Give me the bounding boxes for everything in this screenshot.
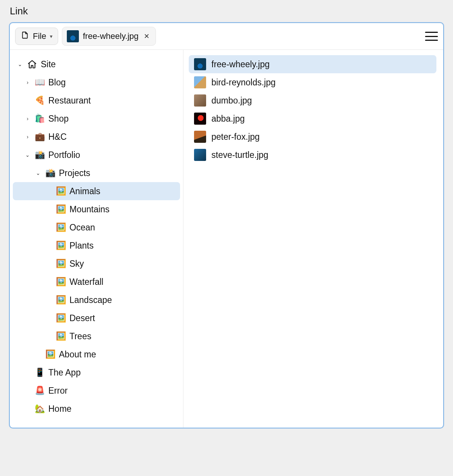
file-thumbnail	[194, 94, 206, 107]
file-name: abba.jpg	[211, 114, 245, 124]
tree-item-label: Ocean	[69, 223, 95, 233]
file-thumbnail	[194, 149, 206, 161]
page-tree: ⌄Site›📖Blog🍕Restaurant›🛍️Shop›💼H&C⌄📸Port…	[10, 50, 183, 428]
tree-item-label: Projects	[59, 168, 90, 178]
file-item[interactable]: dumbo.jpg	[189, 91, 436, 110]
tree-item-hc[interactable]: ›💼H&C	[13, 128, 180, 146]
tree-item-desert[interactable]: 🖼️Desert	[13, 309, 180, 327]
tree-item-label: Trees	[69, 331, 91, 342]
tree-item-animals[interactable]: 🖼️Animals	[13, 182, 180, 200]
tree-item-label: Desert	[69, 313, 95, 323]
file-item[interactable]: abba.jpg	[189, 110, 436, 128]
tab-thumbnail	[67, 30, 79, 42]
tree-item-waterfall[interactable]: 🖼️Waterfall	[13, 273, 180, 291]
tree-item-icon: 🖼️	[45, 349, 55, 359]
tree-item-ocean[interactable]: 🖼️Ocean	[13, 218, 180, 236]
tree-item-icon: 🚨	[35, 386, 45, 396]
tree-item-icon: 🍕	[35, 96, 45, 105]
tree-item-icon: 🖼️	[56, 204, 66, 214]
tree-item-icon: 🖼️	[56, 241, 66, 250]
tree-item-label: Mountains	[69, 204, 109, 215]
tree-item-label: Portfolio	[48, 150, 80, 160]
tree-item-error[interactable]: 🚨Error	[13, 382, 180, 400]
file-item[interactable]: bird-reynolds.jpg	[189, 73, 436, 91]
tree-item-shop[interactable]: ›🛍️Shop	[13, 110, 180, 128]
file-type-dropdown[interactable]: File ▾	[15, 28, 58, 45]
tree-item-label: Sky	[69, 259, 84, 269]
file-name: free-wheely.jpg	[211, 59, 270, 70]
tree-item-mountains[interactable]: 🖼️Mountains	[13, 200, 180, 218]
open-file-tab[interactable]: free-wheely.jpg ✕	[62, 27, 156, 46]
tree-item-plants[interactable]: 🖼️Plants	[13, 236, 180, 255]
tree-item-theapp[interactable]: 📱The App	[13, 363, 180, 382]
home-icon	[27, 59, 37, 69]
tree-item-label: About me	[59, 349, 96, 360]
dialog-title: Link	[10, 5, 444, 17]
file-name: bird-reynolds.jpg	[211, 77, 276, 88]
tree-item-sky[interactable]: 🖼️Sky	[13, 255, 180, 273]
tree-item-icon: 🖼️	[56, 186, 66, 196]
tree-item-label: Waterfall	[69, 277, 103, 287]
chevron-down-icon: ▾	[50, 33, 52, 39]
file-item[interactable]: free-wheely.jpg	[189, 55, 436, 73]
tree-item-icon: 📸	[35, 150, 45, 160]
file-name: peter-fox.jpg	[211, 132, 260, 142]
tree-item-icon: 📱	[35, 368, 45, 377]
tree-item-aboutme[interactable]: 🖼️About me	[13, 345, 180, 363]
link-dialog: File ▾ free-wheely.jpg ✕ ⌄Site›📖Blog🍕Res…	[9, 22, 444, 428]
tree-item-icon: 🖼️	[56, 313, 66, 323]
tree-item-blog[interactable]: ›📖Blog	[13, 73, 180, 91]
tree-item-site[interactable]: ⌄Site	[13, 55, 180, 73]
tree-item-icon: 🏡	[35, 404, 45, 414]
tree-item-icon: 🖼️	[56, 223, 66, 232]
tree-item-icon: 💼	[35, 132, 45, 142]
file-item[interactable]: steve-turtle.jpg	[189, 146, 436, 164]
chevron-down-icon[interactable]: ⌄	[17, 61, 23, 67]
tree-item-label: Shop	[48, 114, 69, 124]
tree-item-restaurant[interactable]: 🍕Restaurant	[13, 91, 180, 110]
tree-item-trees[interactable]: 🖼️Trees	[13, 327, 180, 345]
tree-item-icon: 🖼️	[56, 259, 66, 269]
chevron-down-icon[interactable]: ⌄	[24, 152, 31, 158]
tree-item-icon: 🖼️	[56, 331, 66, 341]
tree-item-icon: 📸	[45, 168, 55, 178]
page-icon	[21, 31, 29, 42]
chevron-right-icon[interactable]: ›	[24, 134, 31, 140]
tree-item-label: Site	[41, 59, 56, 70]
file-thumbnail	[194, 131, 206, 143]
tree-item-icon: 🛍️	[35, 114, 45, 124]
file-thumbnail	[194, 113, 206, 125]
tree-item-icon: 📖	[35, 77, 45, 87]
file-name: steve-turtle.jpg	[211, 150, 268, 160]
tree-item-icon: 🖼️	[56, 295, 66, 305]
tree-item-label: The App	[48, 368, 81, 378]
tree-item-landscape[interactable]: 🖼️Landscape	[13, 291, 180, 309]
tree-item-label: Landscape	[69, 295, 112, 305]
tree-item-label: H&C	[48, 132, 67, 142]
tree-item-label: Plants	[69, 241, 94, 251]
tree-item-home[interactable]: 🏡Home	[13, 400, 180, 418]
chevron-down-icon[interactable]: ⌄	[35, 170, 42, 176]
tree-item-projects[interactable]: ⌄📸Projects	[13, 164, 180, 182]
menu-button[interactable]	[425, 31, 438, 42]
close-icon[interactable]: ✕	[142, 32, 151, 40]
file-name: dumbo.jpg	[211, 96, 252, 106]
file-list: free-wheely.jpgbird-reynolds.jpgdumbo.jp…	[183, 50, 443, 428]
chevron-right-icon[interactable]: ›	[24, 116, 31, 122]
file-type-label: File	[33, 31, 46, 41]
file-item[interactable]: peter-fox.jpg	[189, 128, 436, 146]
toolbar: File ▾ free-wheely.jpg ✕	[10, 23, 443, 50]
tree-item-label: Blog	[48, 77, 66, 88]
tree-item-icon: 🖼️	[56, 277, 66, 287]
tree-item-label: Restaurant	[48, 96, 91, 106]
tree-item-portfolio[interactable]: ⌄📸Portfolio	[13, 146, 180, 164]
chevron-right-icon[interactable]: ›	[24, 79, 31, 85]
tree-item-label: Error	[48, 386, 68, 396]
file-thumbnail	[194, 76, 206, 88]
file-thumbnail	[194, 58, 206, 70]
tree-item-label: Animals	[69, 186, 100, 196]
tab-filename: free-wheely.jpg	[83, 31, 139, 41]
tree-item-label: Home	[48, 404, 71, 414]
